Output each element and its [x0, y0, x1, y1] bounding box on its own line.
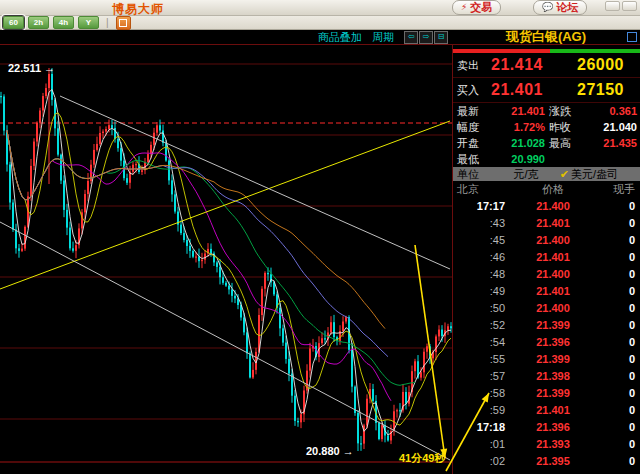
bid-label: 买入 — [453, 83, 491, 98]
toolbar-separator: | — [106, 17, 109, 28]
title-bar: 博易大师 ⚡ 交易 💬 论坛 — [0, 0, 640, 16]
tick-volume: 0 — [601, 302, 635, 314]
ask-ratio-segment — [453, 49, 550, 53]
tick-time: :54 — [453, 336, 505, 348]
forum-button-label: 论坛 — [556, 1, 578, 14]
tick-row: :5721.3980 — [453, 367, 640, 384]
unit-option-yuan-gram[interactable]: 元/克 — [497, 167, 555, 181]
tick-row: :4921.4010 — [453, 282, 640, 299]
nav-forward-icon[interactable]: ⇨ — [419, 31, 433, 44]
unit-label: 单位 — [453, 167, 497, 181]
tick-volume: 0 — [601, 268, 635, 280]
tick-volume: 0 — [601, 455, 635, 466]
tick-table-header: 北京 价格 现手 — [453, 181, 640, 197]
tick-volume: 0 — [601, 438, 635, 450]
tick-volume: 0 — [601, 370, 635, 382]
tick-volume: 0 — [601, 336, 635, 348]
ask-volume: 26000 — [577, 56, 640, 74]
quote-panel: 卖出 21.414 26000 买入 21.401 27150 最新21.401… — [452, 44, 640, 474]
period-buttons: 602h4hY — [3, 16, 99, 29]
tick-price: 21.400 — [505, 302, 601, 314]
tick-time: :45 — [453, 234, 505, 246]
bid-volume: 27150 — [577, 81, 640, 99]
price-annotation-label: 20.880 → — [306, 445, 354, 457]
stat-value: 21.401 — [487, 103, 545, 119]
tick-time: :46 — [453, 251, 505, 263]
tick-time: :57 — [453, 370, 505, 382]
tick-volume: 0 — [601, 285, 635, 297]
tick-price: 21.401 — [505, 404, 601, 416]
tick-time: 17:18 — [453, 421, 505, 433]
forum-button[interactable]: 💬 论坛 — [533, 0, 587, 15]
chart-header-left: 商品叠加 周期 ⇦⇨⊟ — [0, 30, 452, 44]
bid-ask-ratio-bar — [453, 49, 640, 53]
candlestick-chart[interactable]: 22.511 →20.880 →41分49秒 — [0, 44, 452, 462]
nav-back-icon[interactable]: ⇦ — [404, 31, 418, 44]
tick-time: :55 — [453, 353, 505, 365]
check-icon: ✔ — [555, 167, 569, 181]
tick-price: 21.401 — [505, 251, 601, 263]
panel-window-icon[interactable] — [627, 32, 637, 42]
split-view-icon[interactable]: ⊟ — [434, 31, 448, 44]
tick-row: :5921.4010 — [453, 401, 640, 418]
tick-time: :52 — [453, 319, 505, 331]
stat-value: 21.028 — [487, 135, 545, 151]
stat-label: 开盘 — [453, 135, 487, 151]
stat-label: 涨跌 — [545, 103, 583, 119]
trade-button[interactable]: ⚡ 交易 — [452, 0, 501, 15]
period-button-2h[interactable]: 2h — [28, 16, 49, 29]
period-button-y[interactable]: Y — [78, 16, 99, 29]
tick-price: 21.395 — [505, 455, 601, 466]
drawing-tool-icon — [119, 19, 127, 27]
tick-time: :01 — [453, 438, 505, 450]
tick-time: :02 — [453, 455, 505, 466]
tick-price: 21.400 — [505, 268, 601, 280]
quote-panel-header: 现货白银(AG) — [452, 30, 640, 44]
tick-price: 21.399 — [505, 319, 601, 331]
countdown-label: 41分49秒 — [399, 452, 446, 463]
tick-price: 21.393 — [505, 438, 601, 450]
tick-price: 21.396 — [505, 421, 601, 433]
tick-row: 17:1721.4000 — [453, 197, 640, 214]
tick-time: :48 — [453, 268, 505, 280]
stat-label: 幅度 — [453, 119, 487, 135]
tick-volume: 0 — [601, 217, 635, 229]
tick-row: :0121.3930 — [453, 435, 640, 452]
col-header-time: 北京 — [453, 181, 505, 197]
tick-time: :50 — [453, 302, 505, 314]
drawing-tool-button[interactable] — [116, 16, 131, 30]
period-button-4h[interactable]: 4h — [53, 16, 74, 29]
tick-volume: 0 — [601, 234, 635, 246]
unit-option-usd-ounce[interactable]: 美元/盎司 — [571, 167, 640, 181]
tick-time: 17:17 — [453, 200, 505, 212]
tick-time: :43 — [453, 217, 505, 229]
stat-value: 21.040 — [583, 119, 637, 135]
period-button-60[interactable]: 60 — [3, 16, 24, 29]
tick-time: :49 — [453, 285, 505, 297]
close-button[interactable] — [622, 1, 637, 11]
tick-row: :5521.3990 — [453, 350, 640, 367]
minimize-button[interactable] — [605, 1, 620, 11]
tick-list[interactable]: 17:1721.4000:4321.4010:4521.4000:4621.40… — [453, 197, 640, 465]
tick-time: :58 — [453, 387, 505, 399]
lightning-icon: ⚡ — [461, 3, 467, 12]
chat-bubble-icon: 💬 — [542, 3, 553, 12]
ask-row: 卖出 21.414 26000 — [453, 53, 640, 78]
tick-time: :59 — [453, 404, 505, 416]
ask-label: 卖出 — [453, 58, 491, 73]
period-menu-button[interactable]: 周期 — [372, 31, 394, 44]
commodity-overlay-button[interactable]: 商品叠加 — [318, 31, 362, 44]
bid-row: 买入 21.401 27150 — [453, 78, 640, 103]
tick-price: 21.401 — [505, 217, 601, 229]
stat-value: 1.72% — [487, 119, 545, 135]
chart-canvas: 22.511 →20.880 →41分49秒 — [0, 45, 452, 463]
unit-row[interactable]: 单位 元/克 ✔ 美元/盎司 — [453, 167, 640, 181]
bid-ratio-segment — [550, 49, 640, 53]
tick-price: 21.399 — [505, 387, 601, 399]
tick-row: :5821.3990 — [453, 384, 640, 401]
tick-volume: 0 — [601, 387, 635, 399]
col-header-volume: 现手 — [601, 181, 635, 197]
col-header-price: 价格 — [505, 181, 601, 197]
stat-value: 21.435 — [583, 135, 637, 151]
stat-value: 0.361 — [583, 103, 637, 119]
